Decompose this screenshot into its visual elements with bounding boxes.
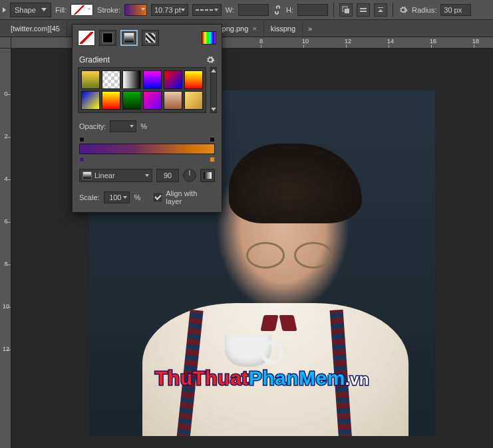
- gradient-preset[interactable]: [122, 70, 141, 89]
- opacity-field[interactable]: [110, 120, 136, 132]
- ruler-origin[interactable]: [0, 37, 11, 49]
- align-with-layer-label: Align with layer: [166, 189, 215, 205]
- chevron-down-icon: [181, 9, 185, 11]
- path-alignment-button[interactable]: [357, 3, 370, 17]
- watermark-part: ThuThuat: [155, 367, 249, 389]
- ruler-tick-label: 18: [472, 38, 479, 45]
- height-field[interactable]: [297, 4, 328, 16]
- watermark-part: PhanMem: [249, 367, 345, 389]
- gradient-preset[interactable]: [143, 91, 162, 110]
- tool-preset-dropdown-icon[interactable]: [3, 7, 6, 13]
- scale-row: Scale: 100 % Align with layer: [73, 186, 222, 212]
- gradient-style-value: Linear: [94, 171, 115, 179]
- radius-value: 30 px: [444, 6, 462, 14]
- fill-type-row: [73, 25, 222, 51]
- stroke-width-value: 10.73 pt: [154, 6, 181, 14]
- gradient-preset[interactable]: [143, 70, 162, 89]
- tool-mode-select[interactable]: Shape: [10, 3, 51, 17]
- scale-unit: %: [134, 193, 140, 201]
- ruler-tick-label: 12: [1, 346, 11, 352]
- gradient-section-header: Gradient: [73, 51, 222, 67]
- chevron-down-icon: [145, 174, 149, 177]
- tabs-overflow-button[interactable]: »: [303, 20, 317, 37]
- fill-type-solid-button[interactable]: [99, 30, 116, 46]
- canvas-image: [246, 242, 333, 265]
- canvas-image: [225, 335, 271, 367]
- fill-type-none-button[interactable]: [78, 30, 95, 46]
- tab-label: [twitter.com][45: [11, 25, 60, 33]
- gradient-angle-dial[interactable]: [183, 169, 196, 182]
- width-label: W:: [226, 6, 234, 14]
- opacity-stop[interactable]: [210, 137, 215, 142]
- stroke-swatch[interactable]: [124, 4, 147, 16]
- fill-type-gradient-button[interactable]: [120, 30, 138, 46]
- scale-label: Scale:: [79, 193, 100, 201]
- watermark-part: .vn: [345, 370, 369, 388]
- opacity-stop[interactable]: [79, 137, 84, 142]
- gradient-preset[interactable]: [184, 91, 203, 110]
- gradient-angle-field[interactable]: 90: [156, 169, 179, 182]
- gradient-preset[interactable]: [184, 70, 203, 89]
- gear-icon[interactable]: [206, 55, 215, 64]
- gradient-style-row: Linear 90: [73, 166, 222, 186]
- gradient-preset[interactable]: [102, 91, 120, 110]
- separator: [393, 3, 393, 17]
- fill-type-pattern-button[interactable]: [142, 30, 159, 46]
- path-arrangement-button[interactable]: [374, 3, 387, 17]
- ruler-tick-label: 2: [1, 133, 11, 140]
- stroke-width-field[interactable]: 10.73 pt: [151, 4, 188, 16]
- svg-rect-4: [378, 7, 383, 8]
- svg-rect-1: [345, 9, 349, 13]
- ruler-tick-label: 12: [345, 38, 351, 45]
- gradient-preset[interactable]: [81, 70, 100, 89]
- options-bar: Shape Fill: Stroke: 10.73 pt W: H: Radiu…: [0, 0, 493, 20]
- height-label: H:: [286, 6, 293, 14]
- gradient-title: Gradient: [79, 55, 110, 64]
- gradient-preset-grid: [78, 67, 206, 113]
- color-picker-button[interactable]: [202, 31, 216, 45]
- document-tab[interactable]: [twitter.com][45: [4, 20, 67, 37]
- radius-field[interactable]: 30 px: [440, 4, 471, 16]
- gradient-angle-value: 90: [164, 171, 172, 179]
- ruler-vertical[interactable]: 024681012: [0, 49, 11, 448]
- fill-swatch[interactable]: [71, 4, 93, 16]
- scroll-down-icon[interactable]: [211, 108, 216, 111]
- path-operations-button[interactable]: [339, 3, 353, 17]
- opacity-row: Opacity: %: [73, 117, 222, 136]
- radius-label: Radius:: [412, 6, 436, 14]
- gradient-preset[interactable]: [164, 91, 182, 110]
- scale-field[interactable]: 100: [104, 191, 130, 203]
- fill-label: Fill:: [55, 6, 67, 14]
- width-field[interactable]: [238, 4, 269, 16]
- gear-icon[interactable]: [399, 5, 408, 15]
- scroll-up-icon[interactable]: [211, 69, 216, 72]
- align-with-layer-checkbox[interactable]: [154, 193, 162, 201]
- color-stop[interactable]: [79, 157, 84, 162]
- scale-value: 100: [109, 193, 121, 201]
- ruler-tick-label: 6: [1, 218, 11, 225]
- gradient-preset[interactable]: [164, 70, 182, 89]
- svg-rect-3: [360, 11, 367, 12]
- gradient-bar[interactable]: [79, 144, 215, 154]
- gradient-presets: [73, 67, 222, 117]
- preset-scrollbar[interactable]: [210, 67, 217, 113]
- chevron-down-icon: [130, 125, 134, 128]
- gradient-style-select[interactable]: Linear: [79, 169, 152, 182]
- color-stop[interactable]: [210, 157, 215, 162]
- stroke-dash-select[interactable]: [192, 4, 222, 16]
- gradient-preset[interactable]: [102, 70, 120, 89]
- chevron-down-icon: [41, 8, 47, 12]
- gradient-preset[interactable]: [122, 91, 141, 110]
- document-tab[interactable]: kisspng: [264, 20, 303, 37]
- stroke-fill-type-panel: Gradient Opacity: % Linear 90: [72, 24, 222, 213]
- tab-label: kisspng: [271, 25, 295, 33]
- chevron-down-icon: [123, 196, 127, 199]
- stroke-label: Stroke:: [97, 6, 120, 14]
- gradient-editor[interactable]: [79, 137, 215, 162]
- ruler-tick-label: 16: [430, 38, 436, 45]
- ruler-tick-label: 8: [259, 38, 263, 45]
- link-dimensions-icon[interactable]: [273, 5, 282, 15]
- close-icon[interactable]: ×: [252, 25, 256, 33]
- gradient-preset[interactable]: [81, 91, 100, 110]
- reverse-gradient-button[interactable]: [200, 169, 215, 182]
